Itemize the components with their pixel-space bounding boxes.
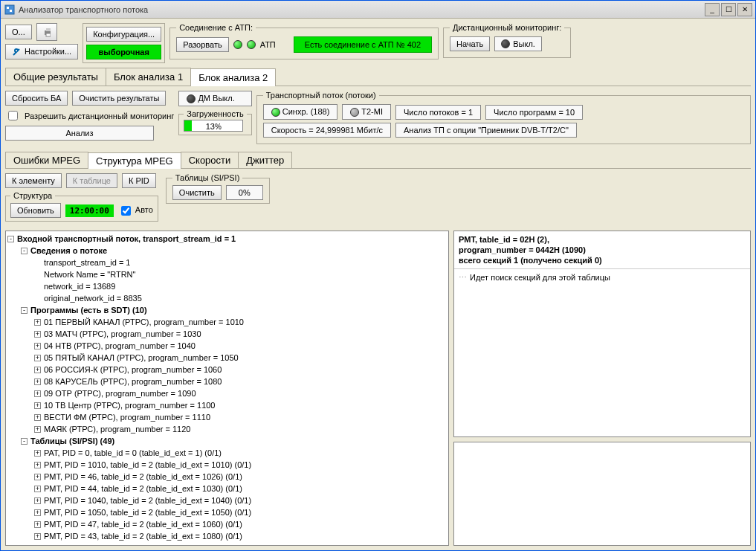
detail-panel-top: PMT, table_id = 02H (2), program_number … [453,231,751,437]
structure-toolbar: К элементу К таблице К PID Структура Обн… [1,169,755,226]
tree-expander[interactable]: + [34,414,41,421]
printer-icon [43,27,51,37]
tree-expander[interactable]: + [34,533,41,540]
tree-expander[interactable]: + [34,355,41,361]
tree-program[interactable]: +05 ПЯТЫЙ КАНАЛ (РТРС), program_number =… [7,352,447,364]
update-button[interactable]: Обновить [10,203,61,218]
auto-input[interactable] [121,206,131,216]
subtab-jitter[interactable]: Джиттер [238,152,292,168]
tree-table[interactable]: +PMT, PID = 1050, table_id = 2 (table_id… [7,506,447,518]
reset-ba-button[interactable]: Сбросить БА [5,91,68,106]
tree-expander[interactable]: - [21,438,28,445]
disconnect-button[interactable]: Разорвать [176,37,229,52]
titlebar: Анализатор транспортного потока _ ☐ ✕ [1,1,755,19]
sub-tabs: Ошибки MPEG Структура MPEG Скорости Джит… [5,152,751,169]
tree-program[interactable]: +МАЯК (РТРС), program_number = 1120 [7,423,447,435]
tree-panel[interactable]: -Входной транспортный поток, transport_s… [5,231,449,546]
tree-expander[interactable]: + [34,390,41,397]
tree-table[interactable]: +PMT, PID = 1040, table_id = 2 (table_id… [7,494,447,506]
tree-program[interactable]: +10 ТВ Центр (РТРС), program_number = 11… [7,399,447,411]
tree-expander[interactable]: + [34,474,41,480]
tree-program[interactable]: +06 РОССИЯ-К (РТРС), program_number = 10… [7,364,447,376]
structure-update-group: Структура Обновить 12:00:00 Авто [5,191,158,222]
svg-rect-2 [10,10,12,12]
tab-analysis-block-1[interactable]: Блок анализа 1 [106,68,191,86]
detail-line-2: program_number = 0442H (1090) [459,245,746,255]
tree-expander[interactable]: + [34,509,41,516]
to-table-button[interactable]: К таблице [66,173,117,188]
subtab-mpeg-errors[interactable]: Ошибки MPEG [5,152,88,168]
tree-expander[interactable]: + [34,521,41,528]
tree-program[interactable]: +01 ПЕРВЫЙ КАНАЛ (РТРС), program_number … [7,316,447,328]
mode-button[interactable]: выборочная [86,45,161,59]
tree-program[interactable]: +04 НТВ (РТРС), program_number = 1040 [7,340,447,352]
tree-stream-info[interactable]: -Сведения о потоке [7,245,447,257]
close-button[interactable]: ✕ [737,3,752,16]
remote-off-indicator: Выкл. [494,36,542,51]
stream-count: Число потоков = 1 [395,105,481,120]
to-pid-button[interactable]: К PID [122,173,156,188]
tree-stream-detail[interactable]: Network Name = "RTRN" [7,268,447,280]
clear-tables-button[interactable]: Очистить [172,185,222,200]
led-connection-1 [233,40,242,49]
maximize-button[interactable]: ☐ [721,3,736,16]
tab-analysis-block-2[interactable]: Блок анализа 2 [190,68,276,86]
tree-stream-detail[interactable]: original_network_id = 8835 [7,292,447,304]
program-count: Число программ = 10 [485,105,583,120]
tree-expander[interactable]: + [34,426,41,433]
sync-indicator: Синхр. (188) [263,104,338,120]
remote-start-button[interactable]: Начать [450,36,490,51]
tree-expander[interactable]: + [34,497,41,504]
settings-button[interactable]: Настройки... [5,44,78,59]
print-button[interactable] [36,23,57,41]
tree-expander[interactable]: - [7,236,14,242]
tree-tables[interactable]: -Таблицы (SI/PSI) (49) [7,435,447,447]
tree-expander[interactable]: + [34,402,41,409]
configuration-button[interactable]: Конфигурация... [86,27,161,42]
detail-panel-bottom [453,442,751,546]
svg-rect-1 [7,7,9,9]
auto-checkbox[interactable]: Авто [118,204,153,218]
open-button[interactable]: О... [5,25,32,39]
tree-table[interactable]: +PAT, PID = 0, table_id = 0 (table_id_ex… [7,447,447,459]
tree-table[interactable]: +PMT, PID = 46, table_id = 2 (table_id_e… [7,471,447,483]
tree-stream-detail[interactable]: network_id = 13689 [7,280,447,292]
speed-field: Скорость = 24,999981 Мбит/с [263,123,391,138]
tree-expander[interactable]: + [34,486,41,492]
tree-expander[interactable]: + [34,450,41,457]
tree-program[interactable]: +03 МАТЧ (РТРС), program_number = 1030 [7,328,447,340]
tree-programs[interactable]: -Программы (есть в SDT) (10) [7,304,447,316]
to-element-button[interactable]: К элементу [5,173,62,188]
analysis-label: Анализ [5,126,154,141]
tree-program[interactable]: +08 КАРУСЕЛЬ (РТРС), program_number = 10… [7,376,447,387]
tree-expander[interactable]: + [34,331,41,338]
remote-group: Дистанционный мониторинг: Начать Выкл. [443,23,571,58]
tree-program[interactable]: +09 ОТР (РТРС), program_number = 1090 [7,387,447,399]
subtab-speeds[interactable]: Скорости [181,152,239,168]
tree-expander[interactable]: + [34,343,41,349]
tree-table[interactable]: +PMT, PID = 1010, table_id = 2 (table_id… [7,459,447,471]
allow-remote-input[interactable] [8,111,18,120]
tree-expander[interactable]: + [34,367,41,373]
tree-expander[interactable]: + [34,462,41,468]
tree-program[interactable]: +ВЕСТИ ФМ (РТРС), program_number = 1110 [7,411,447,423]
tree-stream-detail[interactable]: transport_stream_id = 1 [7,257,447,268]
load-progress: 13% [184,120,243,132]
allow-remote-checkbox[interactable]: Разрешить дистанционный мониторинг [5,109,174,123]
tree-expander[interactable]: + [34,378,41,385]
transport-stream-group: Транспортный поток (потоки) Синхр. (188)… [256,91,751,144]
tree-expander[interactable]: - [21,307,28,314]
led-dm [187,94,196,103]
tree-expander[interactable]: - [21,248,28,254]
tree-root[interactable]: -Входной транспортный поток, transport_s… [7,233,447,245]
minimize-button[interactable]: _ [705,3,720,16]
tab-general-results[interactable]: Общие результаты [5,68,106,86]
tree-table[interactable]: +PMT, PID = 47, table_id = 2 (table_id_e… [7,518,447,530]
tree-table[interactable]: +PMT, PID = 44, table_id = 2 (table_id_e… [7,483,447,494]
clear-results-button[interactable]: Очистить результаты [72,91,166,106]
subtab-mpeg-structure[interactable]: Структура MPEG [88,152,181,169]
led-connection-2 [247,40,256,49]
tree-table[interactable]: +PMT, PID = 43, table_id = 2 (table_id_e… [7,530,447,542]
tree-expander[interactable]: + [34,319,41,326]
t2mi-indicator: T2-MI [342,104,391,120]
